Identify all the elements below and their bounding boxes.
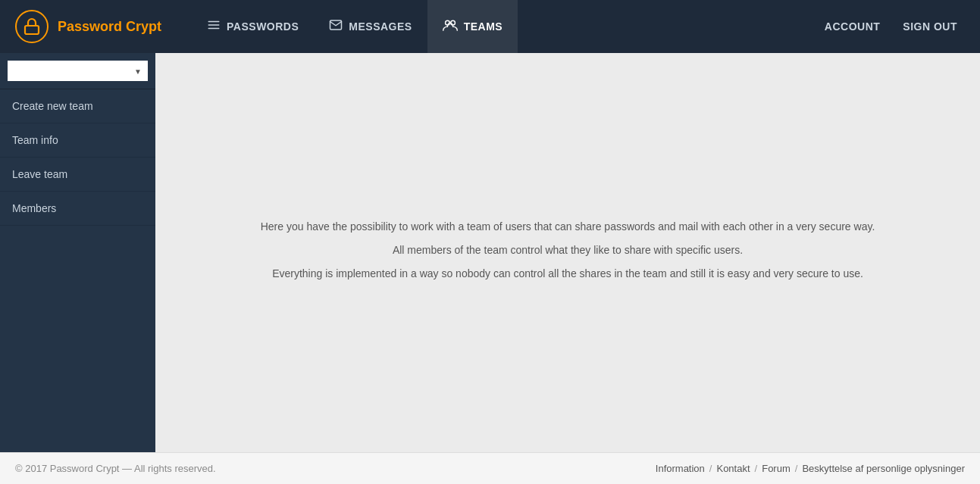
passwords-icon: [207, 18, 221, 36]
nav-right: ACCOUNT SIGN OUT: [817, 20, 965, 33]
signout-link[interactable]: SIGN OUT: [895, 20, 965, 33]
nav-links: PASSWORDS MESSAGES TEAMS: [192, 0, 817, 53]
navbar: Password Crypt PASSWORDS MESSAGES: [0, 0, 980, 53]
footer-sep-1: /: [709, 463, 712, 474]
sidebar-item-leave-team[interactable]: Leave team: [0, 158, 155, 192]
messages-icon: [329, 18, 343, 36]
svg-rect-0: [25, 26, 39, 34]
sidebar-select-wrapper: ▼: [0, 53, 155, 89]
sidebar-item-team-info[interactable]: Team info: [0, 123, 155, 158]
sidebar: ▼ Create new team Team info Leave team M…: [0, 53, 155, 452]
content-text: Here you have the possibility to work wi…: [261, 217, 875, 289]
brand: Password Crypt: [15, 10, 161, 43]
footer-sep-3: /: [795, 463, 798, 474]
team-select[interactable]: [8, 61, 148, 81]
footer-link-forum[interactable]: Forum: [762, 463, 791, 474]
copyright: © 2017 Password Crypt — All rights reser…: [15, 463, 216, 474]
sidebar-item-create-new-team[interactable]: Create new team: [0, 89, 155, 123]
teams-icon: [443, 18, 458, 36]
content-area: Here you have the possibility to work wi…: [155, 53, 980, 452]
sidebar-select-container: ▼: [8, 61, 148, 81]
footer-links: Information / Kontakt / Forum / Beskytte…: [656, 463, 965, 474]
nav-teams[interactable]: TEAMS: [427, 0, 518, 53]
sidebar-item-members[interactable]: Members: [0, 192, 155, 226]
content-paragraph-2: All members of the team control what the…: [261, 241, 875, 260]
main-container: ▼ Create new team Team info Leave team M…: [0, 53, 980, 452]
brand-icon: [15, 10, 49, 43]
footer-link-privacy[interactable]: Beskyttelse af personlige oplysninger: [802, 463, 965, 474]
footer: © 2017 Password Crypt — All rights reser…: [0, 452, 980, 484]
content-paragraph-3: Everything is implemented in a way so no…: [261, 264, 875, 283]
brand-name: Password Crypt: [58, 19, 161, 35]
nav-passwords[interactable]: PASSWORDS: [192, 0, 314, 53]
nav-messages[interactable]: MESSAGES: [314, 0, 427, 53]
footer-link-kontakt[interactable]: Kontakt: [716, 463, 750, 474]
content-paragraph-1: Here you have the possibility to work wi…: [261, 217, 875, 236]
account-link[interactable]: ACCOUNT: [817, 20, 888, 33]
footer-link-information[interactable]: Information: [656, 463, 705, 474]
footer-sep-2: /: [755, 463, 758, 474]
